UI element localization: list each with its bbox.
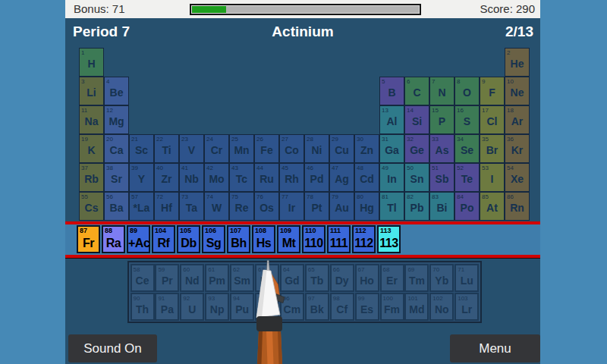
element-symbol: Zn [355,144,379,156]
atomic-number: 77 [281,193,288,200]
atomic-number: 3 [81,78,84,85]
atomic-number: 76 [256,193,263,200]
target-cell-88[interactable]: 88Ra [102,225,125,253]
element-symbol: Co [280,144,304,156]
element-symbol: Xe [505,173,529,185]
target-cell-89[interactable]: 89+Ac [127,225,150,253]
element-cell-P: 15P [429,105,454,134]
element-symbol: Mg [105,115,128,127]
atomic-number: 45 [281,165,288,171]
series-cell-Tm: 69Tm [404,264,429,292]
element-symbol: Re [230,202,253,214]
element-cell-Fe: 26Fe [254,134,279,163]
atomic-number: 60 [183,266,190,273]
element-cell-B: 5B [379,77,404,105]
series-cell-Md: 101Md [404,293,429,321]
element-cell-Y: 39Y [129,163,154,192]
target-cell-110[interactable]: 110110 [302,225,326,253]
element-symbol: 110 [304,237,324,250]
sound-toggle-button[interactable]: Sound On [68,334,157,362]
element-symbol: Ti [155,144,178,156]
atomic-number: 20 [106,136,113,143]
element-cell-Ge: 32Ge [404,134,429,163]
element-symbol: Md [406,303,427,315]
atomic-number: 107 [230,227,241,234]
atomic-number: 71 [458,266,464,273]
element-symbol: S [455,115,479,127]
atomic-number: 84 [457,193,464,200]
element-symbol: Kr [505,144,529,156]
element-cell-Ni: 28Ni [304,134,329,163]
element-symbol: As [430,144,454,156]
element-symbol: Nb [180,173,203,185]
element-cell-Ne: 10Ne [505,77,530,105]
series-cell-No: 102No [429,293,454,321]
atomic-number: 55 [81,193,88,200]
target-cell-107[interactable]: 107Bh [227,225,250,253]
target-cell-87[interactable]: 87Fr [77,225,100,253]
atomic-number: 9 [482,78,485,85]
element-symbol: B [380,86,404,99]
element-symbol: Sr [105,173,128,185]
atomic-number: 101 [407,295,417,302]
atomic-number: 51 [432,165,439,171]
element-symbol: F [480,86,504,99]
element-symbol: 113 [379,237,399,250]
atomic-number: 59 [158,266,165,273]
atomic-number: 23 [181,136,188,143]
element-cell-In: 49In [379,163,404,192]
element-cell-Ar: 18Ar [505,105,530,134]
element-cell-Ga: 31Ga [379,134,404,163]
atomic-number: 80 [357,193,363,200]
target-cell-104[interactable]: 104Rf [152,225,175,253]
target-cell-108[interactable]: 108Hs [252,225,275,253]
atomic-number: 105 [180,227,191,234]
atomic-number: 94 [233,295,240,302]
element-cell-Bi: 83Bi [429,192,454,221]
element-cell-Nb: 41Nb [179,163,204,192]
element-cell-Cl: 17Cl [480,105,505,134]
element-symbol: Lu [456,275,477,287]
atomic-number: 11 [81,107,87,114]
atomic-number: 81 [382,193,388,200]
target-cell-105[interactable]: 105Db [177,225,200,253]
menu-button[interactable]: Menu [450,334,540,362]
element-cell-Mn: 25Mn [229,134,254,163]
target-cell-109[interactable]: 109Mt [277,225,300,253]
atomic-number: 46 [307,165,313,171]
atomic-number: 53 [482,165,489,171]
atomic-number: 56 [106,193,113,200]
element-symbol: Cr [205,144,228,156]
element-cell-Kr: 36Kr [505,134,530,163]
atomic-number: 92 [183,295,190,302]
series-cell-Tb: 65Tb [305,264,329,292]
atomic-number: 50 [407,165,414,171]
atomic-number: 13 [382,107,388,114]
target-cell-106[interactable]: 106Sg [202,225,225,253]
element-symbol: Ru [255,173,278,185]
element-symbol: C [405,86,429,99]
element-symbol: H [80,58,103,70]
atomic-number: 49 [382,165,388,171]
dart-projectile[interactable] [247,258,296,364]
element-symbol: Tm [406,275,427,287]
element-symbol: Pr [156,275,178,287]
element-cell-Cd: 48Cd [354,163,379,192]
element-symbol: Pd [305,173,329,185]
atomic-number: 2 [507,49,510,56]
element-symbol: Cd [355,173,379,185]
target-cell-111[interactable]: 111111 [327,225,351,253]
element-cell-C: 6C [404,77,429,105]
target-cell-113[interactable]: 113113 [377,225,401,253]
atomic-number: 97 [308,295,315,302]
element-cell-V: 23V [179,134,204,163]
element-cell-Xe: 54Xe [505,163,530,192]
target-cell-112[interactable]: 112112 [352,225,376,253]
element-symbol: U [181,303,203,315]
element-symbol: K [80,144,103,156]
atomic-number: 69 [407,266,414,273]
atomic-number: 32 [407,136,414,143]
atomic-number: 16 [457,107,464,114]
element-cell-H: 1H [79,48,104,77]
element-symbol: Zr [155,173,178,185]
